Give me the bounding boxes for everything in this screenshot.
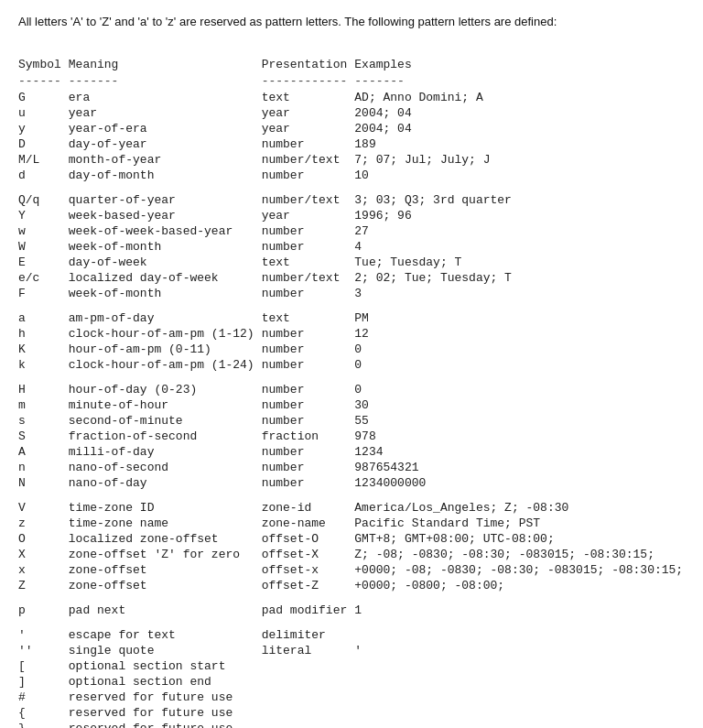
cell-examples: 12 bbox=[354, 326, 690, 342]
cell-symbol: Y bbox=[18, 208, 69, 223]
cell-symbol: a bbox=[18, 310, 69, 326]
table-row: u year year 2004; 04 bbox=[18, 105, 690, 121]
cell-examples bbox=[354, 658, 690, 674]
cell-symbol: F bbox=[18, 286, 69, 301]
cell-meaning: week-based-year bbox=[69, 208, 262, 223]
table-row: y year-of-era year 2004; 04 bbox=[18, 121, 690, 136]
table-row: K hour-of-am-pm (0-11) number 0 bbox=[18, 342, 690, 357]
table-row: m minute-of-hour number 30 bbox=[18, 397, 690, 413]
cell-meaning: day-of-year bbox=[69, 136, 262, 152]
cell-symbol: '' bbox=[18, 643, 69, 658]
cell-meaning: year bbox=[69, 105, 262, 121]
cell-meaning: clock-hour-of-am-pm (1-12) bbox=[69, 326, 262, 342]
cell-symbol: N bbox=[18, 475, 69, 491]
table-row: a am-pm-of-day text PM bbox=[18, 310, 690, 326]
table-spacer-row bbox=[18, 593, 690, 603]
divider-meaning: ------- bbox=[69, 73, 262, 90]
cell-symbol: e/c bbox=[18, 270, 69, 286]
table-row: { reserved for future use bbox=[18, 705, 690, 721]
cell-symbol: # bbox=[18, 690, 69, 705]
cell-meaning: nano-of-second bbox=[69, 460, 262, 475]
cell-symbol: h bbox=[18, 326, 69, 342]
cell-presentation: text bbox=[262, 310, 355, 326]
cell-meaning: nano-of-day bbox=[69, 475, 262, 491]
cell-examples: Tue; Tuesday; T bbox=[354, 255, 690, 270]
cell-examples: GMT+8; GMT+08:00; UTC-08:00; bbox=[354, 531, 690, 547]
table-row: e/c localized day-of-week number/text 2;… bbox=[18, 270, 690, 286]
header-meaning: Meaning bbox=[69, 57, 262, 73]
cell-meaning: era bbox=[69, 90, 262, 105]
cell-presentation: text bbox=[262, 255, 355, 270]
table-row: p pad next pad modifier 1 bbox=[18, 603, 690, 618]
cell-meaning: week-of-month bbox=[69, 239, 262, 255]
cell-symbol: } bbox=[18, 721, 69, 728]
divider-presentation: ------------ bbox=[262, 73, 355, 90]
cell-symbol: E bbox=[18, 255, 69, 270]
cell-symbol: K bbox=[18, 342, 69, 357]
cell-examples: 3; 03; Q3; 3rd quarter bbox=[354, 192, 690, 208]
cell-presentation: delimiter bbox=[262, 627, 355, 643]
cell-meaning: clock-hour-of-am-pm (1-24) bbox=[69, 357, 262, 373]
cell-meaning: zone-offset 'Z' for zero bbox=[69, 547, 262, 562]
table-row: x zone-offset offset-x +0000; -08; -0830… bbox=[18, 562, 690, 578]
cell-examples: 987654321 bbox=[354, 460, 690, 475]
cell-examples: America/Los_Angeles; Z; -08:30 bbox=[354, 500, 690, 516]
cell-examples: 0 bbox=[354, 357, 690, 373]
table-spacer-row bbox=[18, 491, 690, 500]
table-row: ' escape for text delimiter bbox=[18, 627, 690, 643]
table-row: S fraction-of-second fraction 978 bbox=[18, 429, 690, 444]
table-row: Q/q quarter-of-year number/text 3; 03; Q… bbox=[18, 192, 690, 208]
cell-presentation: number bbox=[262, 136, 355, 152]
cell-examples: AD; Anno Domini; A bbox=[354, 90, 690, 105]
cell-symbol: p bbox=[18, 603, 69, 618]
cell-meaning: time-zone name bbox=[69, 516, 262, 531]
cell-symbol: H bbox=[18, 382, 69, 397]
cell-presentation: number bbox=[262, 168, 355, 183]
table-row: G era text AD; Anno Domini; A bbox=[18, 90, 690, 105]
table-row: X zone-offset 'Z' for zero offset-X Z; -… bbox=[18, 547, 690, 562]
cell-meaning: day-of-week bbox=[69, 255, 262, 270]
cell-symbol: [ bbox=[18, 658, 69, 674]
table-divider-row: ------ ------- ------------ ------- bbox=[18, 73, 690, 90]
cell-presentation bbox=[262, 690, 355, 705]
table-row: [ optional section start bbox=[18, 658, 690, 674]
cell-presentation bbox=[262, 658, 355, 674]
table-row: h clock-hour-of-am-pm (1-12) number 12 bbox=[18, 326, 690, 342]
cell-presentation: offset-Z bbox=[262, 578, 355, 593]
table-row: '' single quote literal ' bbox=[18, 643, 690, 658]
table-row: ] optional section end bbox=[18, 674, 690, 690]
cell-examples: 2004; 04 bbox=[354, 105, 690, 121]
cell-symbol: A bbox=[18, 444, 69, 460]
cell-meaning: year-of-era bbox=[69, 121, 262, 136]
cell-examples: 0 bbox=[354, 382, 690, 397]
table-row: d day-of-month number 10 bbox=[18, 168, 690, 183]
cell-examples: 1996; 96 bbox=[354, 208, 690, 223]
table-row: N nano-of-day number 1234000000 bbox=[18, 475, 690, 491]
cell-meaning: time-zone ID bbox=[69, 500, 262, 516]
cell-examples: 7; 07; Jul; July; J bbox=[354, 152, 690, 168]
cell-examples: 1234000000 bbox=[354, 475, 690, 491]
table-row: n nano-of-second number 987654321 bbox=[18, 460, 690, 475]
cell-meaning: hour-of-day (0-23) bbox=[69, 382, 262, 397]
table-spacer-row bbox=[18, 373, 690, 382]
cell-examples: Pacific Standard Time; PST bbox=[354, 516, 690, 531]
cell-presentation: offset-O bbox=[262, 531, 355, 547]
cell-examples: 2; 02; Tue; Tuesday; T bbox=[354, 270, 690, 286]
cell-presentation: number bbox=[262, 239, 355, 255]
cell-presentation: number bbox=[262, 444, 355, 460]
cell-meaning: reserved for future use bbox=[69, 690, 262, 705]
cell-symbol: M/L bbox=[18, 152, 69, 168]
table-spacer-row bbox=[18, 618, 690, 627]
table-row: s second-of-minute number 55 bbox=[18, 413, 690, 429]
cell-presentation: number bbox=[262, 326, 355, 342]
table-row: Z zone-offset offset-Z +0000; -0800; -08… bbox=[18, 578, 690, 593]
cell-meaning: zone-offset bbox=[69, 562, 262, 578]
table-row: A milli-of-day number 1234 bbox=[18, 444, 690, 460]
cell-symbol: n bbox=[18, 460, 69, 475]
cell-presentation: number bbox=[262, 382, 355, 397]
cell-presentation: year bbox=[262, 208, 355, 223]
cell-meaning: zone-offset bbox=[69, 578, 262, 593]
cell-meaning: escape for text bbox=[69, 627, 262, 643]
table-row: M/L month-of-year number/text 7; 07; Jul… bbox=[18, 152, 690, 168]
cell-symbol: d bbox=[18, 168, 69, 183]
